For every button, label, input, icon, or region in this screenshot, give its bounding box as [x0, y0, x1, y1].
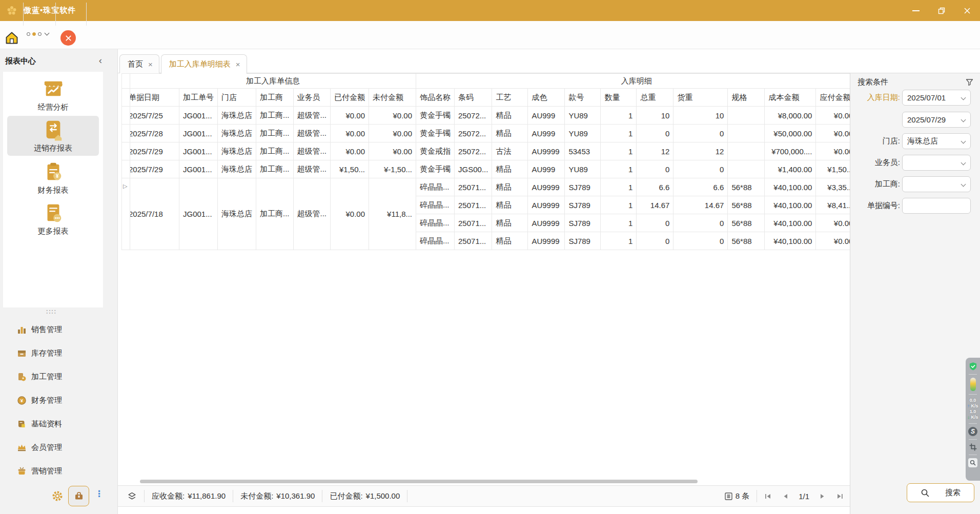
report-center-panel: 经营分析进销存报表¥财务报表更多报表	[3, 72, 103, 307]
sidebar-report-item[interactable]: 经营分析	[7, 75, 99, 115]
table-cell: 1	[601, 160, 637, 178]
table-cell: ¥1,50...	[331, 160, 369, 178]
tab-close-icon[interactable]: ×	[236, 60, 240, 69]
column-header[interactable]: 未付金额	[369, 89, 416, 107]
column-header[interactable]: 业务员	[293, 89, 331, 107]
more-options-icon[interactable]: ⋮	[95, 488, 104, 499]
column-header[interactable]: 加工单号	[179, 89, 218, 107]
prev-page-button[interactable]	[782, 493, 788, 500]
toolbar-separator	[55, 3, 56, 26]
chevron-down-icon	[961, 117, 966, 122]
net-speed-up: 0.0 ↑ K/s	[967, 398, 978, 409]
home-icon[interactable]	[5, 31, 19, 45]
sidebar-menu-item[interactable]: 基础资料	[0, 412, 117, 436]
sidebar-menu-item[interactable]: 销售管理	[0, 318, 117, 341]
screenshot-crop-icon[interactable]	[969, 443, 977, 451]
tab[interactable]: 首页×	[119, 54, 159, 73]
table-cell: AU9999	[528, 196, 565, 214]
sidebar-report-item[interactable]: ¥财务报表	[7, 158, 99, 198]
splitter-handle[interactable]: ∷∷	[0, 308, 103, 316]
column-header[interactable]: 成本金额	[765, 89, 816, 107]
window-title: 傲蓝•珠宝软件	[24, 6, 76, 15]
gutter-cell	[122, 142, 130, 160]
sidebar-menu-item-label: 库存管理	[31, 348, 62, 358]
tab[interactable]: 加工入库单明细表×	[161, 54, 247, 74]
table-row[interactable]: 2025/7/28JG001...海珠总店加工商...超级管...¥0.00¥0…	[122, 125, 857, 142]
table-cell: 碎晶晶...	[416, 196, 455, 214]
toolbox-button[interactable]	[68, 486, 89, 506]
input-method-icon[interactable]: S	[968, 427, 977, 436]
sidebar-report-item[interactable]: 进销存报表	[7, 116, 99, 156]
filter-input[interactable]	[902, 198, 971, 214]
table-cell: ¥40,100.00	[765, 178, 816, 196]
table-cell: YU89	[565, 107, 601, 125]
table-cell: 25072...	[455, 142, 492, 160]
minimize-button[interactable]	[903, 0, 929, 21]
chevron-down-icon	[961, 160, 966, 165]
more-actions-button[interactable]	[27, 27, 51, 41]
restore-button[interactable]	[929, 0, 954, 21]
column-header[interactable]: 规格	[728, 89, 765, 107]
next-page-button[interactable]	[820, 493, 826, 500]
table-cell: 黄金手镯	[416, 160, 455, 178]
tab-close-icon[interactable]: ×	[148, 60, 153, 69]
horizontal-scrollbar[interactable]	[140, 480, 698, 483]
filter-select[interactable]: 2025/07/01	[902, 90, 971, 106]
last-page-button[interactable]	[836, 493, 844, 500]
status-total: 未付金额:¥10,361.90	[240, 491, 315, 501]
close-tab-button[interactable]	[60, 30, 76, 46]
first-page-button[interactable]	[764, 493, 772, 500]
shield-check-icon[interactable]	[969, 362, 977, 371]
column-header[interactable]: 货重	[673, 89, 728, 107]
column-header[interactable]: 已付金额	[331, 89, 369, 107]
sidebar-collapse-button[interactable]: ‹	[99, 55, 102, 65]
sidebar-menu-item[interactable]: 库存管理	[0, 341, 117, 365]
sidebar-title: 报表中心	[5, 56, 36, 66]
table-cell: ¥40,100.00	[765, 232, 816, 250]
app-window: 傲蓝•珠宝软件 报表中心 ‹ 经营分析进销存报表¥财务报表更多报表 ∷∷ 销	[0, 0, 980, 514]
record-count: 8 条	[724, 491, 750, 501]
table-row[interactable]: 2025/7/29JG001...海珠总店加工商...超级管...¥0.00¥0…	[122, 142, 857, 160]
column-header[interactable]: 条码	[455, 89, 492, 107]
sidebar-menu-item[interactable]: 营销管理	[0, 459, 117, 483]
column-header[interactable]: 单据日期	[130, 89, 179, 107]
search-button[interactable]: 搜索	[907, 483, 974, 502]
sidebar-menu-item[interactable]: 加工管理	[0, 365, 117, 388]
collapse-row-arrow[interactable]: ▷	[123, 183, 127, 190]
table-row[interactable]: 2025/7/29JG001...海珠总店加工商...超级管...¥1,50..…	[122, 160, 857, 178]
table-cell: 碎晶晶...	[416, 232, 455, 250]
table-row[interactable]: ▷2025/7/18JG001...海珠总店加工商...超级管...¥0.00¥…	[122, 178, 857, 196]
table-cell: 加工商...	[256, 142, 294, 160]
table-group-header: 加工入库单信息	[130, 74, 416, 89]
column-header[interactable]: 门店	[218, 89, 256, 107]
sidebar-report-item[interactable]: 更多报表	[7, 199, 99, 239]
sidebar-menu-item[interactable]: ¥财务管理	[0, 388, 117, 412]
search-tool-icon[interactable]	[968, 458, 977, 467]
close-button[interactable]	[954, 0, 980, 21]
table-cell: 精品	[492, 196, 528, 214]
column-header[interactable]: 加工商	[256, 89, 294, 107]
settings-gear-icon[interactable]	[51, 490, 64, 502]
filter-select[interactable]	[902, 176, 971, 192]
column-header[interactable]: 饰品名称	[416, 89, 455, 107]
column-header[interactable]: 数量	[601, 89, 637, 107]
filter-select[interactable]	[902, 155, 971, 171]
filter-funnel-icon[interactable]	[966, 78, 973, 86]
filter-select[interactable]: 海珠总店	[902, 133, 971, 149]
status-pill-icon[interactable]	[970, 378, 976, 391]
column-header[interactable]: 成色	[528, 89, 565, 107]
table-cell: ¥0.00	[331, 107, 369, 125]
status-total: 应收金额:¥11,861.90	[152, 491, 226, 501]
sidebar-menu-item-label: 营销管理	[31, 466, 62, 476]
column-header[interactable]: 总重	[637, 89, 673, 107]
column-header[interactable]: 款号	[565, 89, 601, 107]
member-icon	[17, 443, 27, 453]
sidebar-menu-item[interactable]: 会员管理	[0, 436, 117, 459]
summary-layers-icon[interactable]	[127, 491, 137, 501]
filter-select[interactable]: 2025/07/29	[902, 112, 971, 128]
status-total: 已付金额:¥1,500.00	[330, 491, 400, 501]
table-cell	[728, 107, 765, 125]
document-number-input[interactable]	[907, 201, 966, 210]
column-header[interactable]: 工艺	[492, 89, 528, 107]
table-row[interactable]: 2025/7/25JG001...海珠总店加工商...超级管...¥0.00¥0…	[122, 107, 857, 125]
